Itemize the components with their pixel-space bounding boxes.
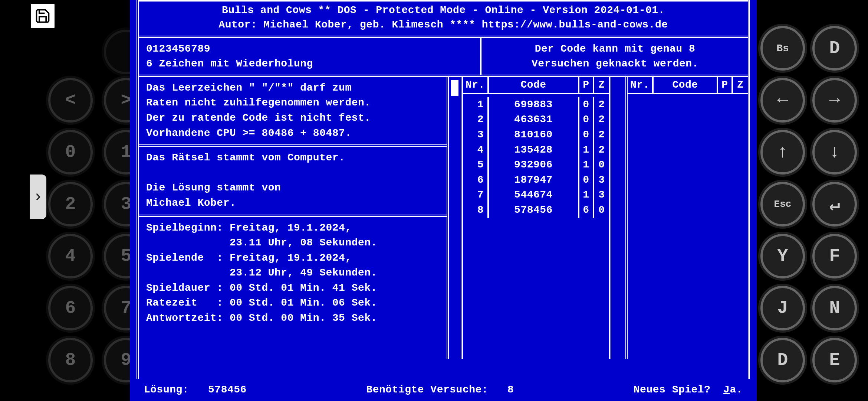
floppy-icon — [34, 8, 51, 24]
vkey-4[interactable]: 4 — [48, 234, 93, 278]
guess-p: 1 — [579, 188, 594, 203]
guess-header-2: Nr. Code P Z — [628, 77, 748, 94]
config-panel: 0123456789 6 Zeichen mit Wiederholung — [139, 38, 480, 74]
guess-p: 6 — [579, 203, 594, 218]
col-nr-2: Nr. — [628, 77, 654, 93]
guess-code: 932906 — [489, 157, 579, 173]
guess-code: 135428 — [489, 143, 579, 158]
status-bar: Lösung: 578456 Benötigte Versuche: 8 Neu… — [137, 379, 750, 395]
vkey-2[interactable]: 2 — [48, 182, 93, 226]
info-block-times: Spielbeginn: Freitag, 19.1.2024, 23.11 U… — [139, 217, 447, 359]
vkey-backspace[interactable]: Bs — [760, 26, 805, 71]
guess-z: 2 — [594, 143, 609, 158]
hint-line-2: Versuchen geknackt werden. — [490, 56, 740, 71]
attempts-value: 8 — [507, 384, 514, 395]
guess-p: 1 — [579, 157, 594, 173]
guess-nr: 1 — [463, 97, 489, 113]
chevron-right-icon: › — [33, 188, 43, 206]
attempts-label: Benötigte Versuche: — [366, 384, 488, 395]
vkey-j[interactable]: J — [760, 286, 805, 330]
guess-z: 3 — [594, 188, 609, 203]
guess-row: 593290610 — [463, 157, 609, 173]
guess-row: 857845660 — [463, 203, 609, 218]
col-code: Code — [489, 77, 579, 93]
vkey-e[interactable]: E — [812, 338, 857, 382]
alphabet-line: 0123456789 — [146, 42, 473, 56]
guess-code: 578456 — [489, 203, 579, 218]
col-z: Z — [594, 77, 609, 93]
guess-header: Nr. Code P Z — [463, 77, 609, 94]
guess-nr: 4 — [463, 143, 489, 158]
guess-code: 699883 — [489, 97, 579, 113]
vkey-enter[interactable]: ↵ — [812, 182, 857, 226]
guess-column-2: Nr. Code P Z — [628, 77, 748, 359]
vkey-esc[interactable]: Esc — [760, 182, 805, 226]
vkey-8[interactable]: 8 — [48, 338, 93, 382]
guess-row: 754467413 — [463, 188, 609, 203]
mode-line: 6 Zeichen mit Wiederholung — [146, 56, 473, 71]
solution-label: Lösung: — [144, 384, 189, 395]
col-z-2: Z — [733, 77, 748, 93]
vkey-lt[interactable]: < — [48, 78, 93, 123]
hint-panel: Der Code kann mit genau 8 Versuchen gekn… — [480, 38, 748, 74]
vkey-d[interactable]: D — [812, 26, 857, 71]
guess-code: 463631 — [489, 112, 579, 127]
vkey-d2[interactable]: D — [760, 338, 805, 382]
guess-row: 169988302 — [463, 97, 609, 113]
status-newgame[interactable]: Neues Spiel? Ja. — [634, 384, 743, 395]
guess-column-1: Nr. Code P Z 169988302246363102381016002… — [463, 77, 611, 359]
scroll-thumb-icon — [451, 80, 458, 96]
dos-window: Bulls and Cows ** DOS - Protected Mode -… — [130, 0, 757, 401]
guess-p: 0 — [579, 97, 594, 113]
newgame-label: Neues Spiel? — [634, 384, 711, 395]
guess-p: 0 — [579, 112, 594, 127]
guess-row: 381016002 — [463, 127, 609, 143]
guess-z: 2 — [594, 112, 609, 127]
save-button[interactable] — [30, 3, 56, 29]
col-p: P — [579, 77, 594, 93]
vkey-down[interactable]: ↓ — [812, 130, 857, 175]
guess-nr: 8 — [463, 203, 489, 218]
guess-row: 618794703 — [463, 173, 609, 188]
vkey-f[interactable]: F — [812, 234, 857, 278]
guess-code: 810160 — [489, 127, 579, 143]
vkey-0[interactable]: 0 — [48, 130, 93, 175]
info-column: Das Leerzeichen " "/"*" darf zum Raten n… — [139, 77, 447, 359]
vkey-y[interactable]: Y — [760, 234, 805, 278]
drawer-handle[interactable]: › — [30, 175, 46, 219]
title-line-2: Autor: Michael Kober, geb. Klimesch ****… — [146, 17, 740, 32]
guess-z: 2 — [594, 97, 609, 113]
vkey-up[interactable]: ↑ — [760, 130, 805, 175]
guess-p: 1 — [579, 143, 594, 158]
status-solution: Lösung: 578456 — [144, 384, 247, 395]
guess-body: 1699883022463631023810160024135428125932… — [463, 97, 609, 218]
title-bar: Bulls and Cows ** DOS - Protected Mode -… — [139, 0, 748, 36]
guess-code: 544674 — [489, 188, 579, 203]
guess-code: 187947 — [489, 173, 579, 188]
info-block-rules: Das Leerzeichen " "/"*" darf zum Raten n… — [139, 77, 447, 147]
scrollbar-info[interactable] — [447, 77, 463, 359]
guess-row: 246363102 — [463, 112, 609, 127]
guess-z: 2 — [594, 127, 609, 143]
vkey-6[interactable]: 6 — [48, 286, 93, 330]
vkey-right[interactable]: → — [812, 78, 857, 123]
guess-nr: 6 — [463, 173, 489, 188]
guess-p: 0 — [579, 127, 594, 143]
guess-nr: 5 — [463, 157, 489, 173]
status-attempts: Benötigte Versuche: 8 — [366, 384, 514, 395]
guess-nr: 2 — [463, 112, 489, 127]
col-nr: Nr. — [463, 77, 489, 93]
solution-value: 578456 — [208, 384, 247, 395]
info-block-source: Das Rätsel stammt vom Computer. Die Lösu… — [139, 147, 447, 216]
newgame-answer: Ja. — [723, 384, 743, 395]
col-code-2: Code — [654, 77, 718, 93]
guess-z: 3 — [594, 173, 609, 188]
guess-nr: 7 — [463, 188, 489, 203]
vkey-n[interactable]: N — [812, 286, 857, 330]
hint-line-1: Der Code kann mit genau 8 — [490, 42, 740, 56]
col-p-2: P — [718, 77, 733, 93]
guess-nr: 3 — [463, 127, 489, 143]
scrollbar-guesses[interactable] — [611, 77, 628, 359]
vkey-left[interactable]: ← — [760, 78, 805, 123]
title-line-1: Bulls and Cows ** DOS - Protected Mode -… — [146, 3, 740, 17]
